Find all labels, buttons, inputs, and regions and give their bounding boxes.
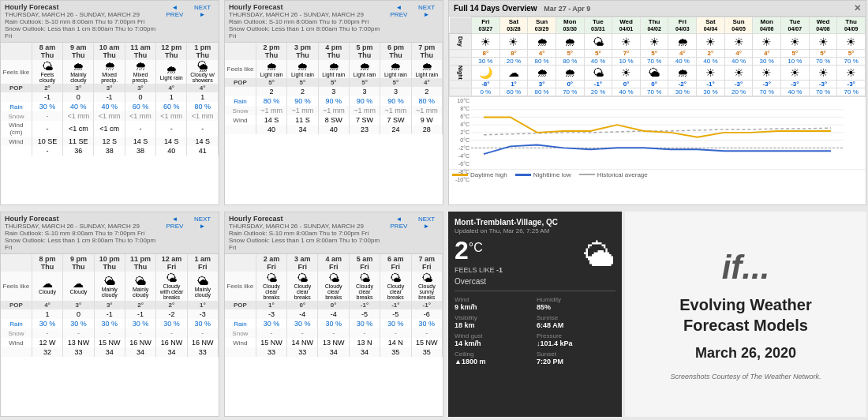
current-condition: Overcast xyxy=(455,277,615,286)
current-weather-panel: Mont-Tremblant-Village, QC Updated on Th… xyxy=(448,212,622,417)
overview-nighttemp-row: -8° 1° 3° 0° -1° 0° 0° -2° -1° -3° -3° -… xyxy=(450,80,866,88)
panel-tr-snow: Snow Outlook: Less than 1 cm 8:00am Thu … xyxy=(229,25,387,39)
table-row: Rain 30 % 40 % 40 % 60 % 60 % 80 % xyxy=(1,102,219,111)
panel-bl-header: Hourly Forecast THURSDAY, MARCH 26 - SUN… xyxy=(1,212,219,254)
table-row: Rain 80 % 90 % 90 % 90 % 90 % 80 % xyxy=(225,96,443,106)
overview-date: Mar 27 - Apr 9 xyxy=(544,5,590,13)
panel-tl-date: THURSDAY, MARCH 26 - SUNDAY, MARCH 29 xyxy=(5,11,163,18)
table-row: -1 0 -1 0 1 1 xyxy=(1,92,219,102)
panel-tr-date: THURSDAY, MARCH 26 - SUNDAY, MARCH 29 xyxy=(229,11,387,18)
panel-tr-next[interactable]: NEXT ► xyxy=(414,4,439,18)
table-row: Feels like 🌤Cloudy clear breaks 🌤Cloudy … xyxy=(225,272,443,301)
legend-historical: Historical average xyxy=(579,171,648,178)
legend-historical-label: Historical average xyxy=(597,171,648,178)
detail-sunset: Sunset 7:20 PM xyxy=(537,351,615,366)
if-text: if... xyxy=(722,249,770,287)
right-info-panel: if... Evolving WeatherForecast Models Ma… xyxy=(625,212,866,417)
current-main-section: 2 °C FEELS LIKE -1 🌥 xyxy=(455,238,615,274)
feels-like-label: FEELS LIKE xyxy=(455,266,495,274)
table-row: 32 33 34 34 34 33 xyxy=(1,347,219,357)
panel-tl-header: Hourly Forecast THURSDAY, MARCH 26 - SUN… xyxy=(1,1,219,43)
evolving-title: Evolving WeatherForecast Models xyxy=(679,294,811,336)
detail-ceiling: Ceiling ▲1800 m xyxy=(455,351,533,366)
table-row: Rain 30 % 30 % 30 % 30 % 30 % 30 % xyxy=(1,319,219,328)
table-row: POP 2° 3° 3° 3° 4° 4° xyxy=(1,84,219,92)
panel-br-prev[interactable]: ◄ PREV xyxy=(387,216,411,230)
table-row: -3 -4 -4 -5 -5 -6 xyxy=(225,309,443,319)
panel-br-next[interactable]: NEXT ► xyxy=(414,216,439,230)
panel-bl-rain: Rain Outlook: S-10 mm 8:00am Thu to 7:00… xyxy=(5,230,163,237)
overview-daytemp-row: 8° 8° 4° 5° 5° 7° 5° 4° 2° 4° 4° 5° 5° 5… xyxy=(450,50,866,58)
table-row: 1 0 -1 -1 -2 -3 xyxy=(1,309,219,319)
legend-nighttime-label: Nighttime low xyxy=(533,171,571,178)
overview-panel: Full 14 Days Overview Mar 27 - Apr 9 ✕ F… xyxy=(448,0,866,205)
chart-svg: 10°C 8°C 6°C 4°C 2°C 0°C xyxy=(471,100,844,158)
panel-tr-rain: Rain Outlook: S-10 mm 8:00am Thu to 7:00… xyxy=(229,18,387,25)
panel-tr-title: Hourly Forecast xyxy=(229,3,387,11)
date-text: March 26, 2020 xyxy=(695,345,796,362)
overview-header: Full 14 Days Overview Mar 27 - Apr 9 ✕ xyxy=(449,1,866,17)
detail-wind: Wind 9 km/h xyxy=(455,296,533,311)
panel-br-header: Hourly Forecast THURSDAY, MARCH 26 - SUN… xyxy=(225,212,443,254)
current-updated: Updated on Thu, Mar 26, 7:25 AM xyxy=(455,227,615,234)
overview-daypop-row: 30 % 20 % 80 % 80 % 40 % 10 % 70 % 40 % … xyxy=(450,58,866,66)
panel-tl-table: 8 amThu 9 amThu 10 amThu 11 amThu 12 pmT… xyxy=(1,43,219,156)
table-row: Feels like 🌧Light rain 🌧Light rain 🌧Ligh… xyxy=(225,60,443,78)
overview-title: Full 14 Days Overview xyxy=(454,4,537,13)
table-row: - 36 38 38 40 41 xyxy=(1,146,219,156)
detail-windgust: Wind gust 14 km/h xyxy=(455,332,533,347)
panel-br-title: Hourly Forecast xyxy=(229,215,387,223)
feels-like-value: -1 xyxy=(496,266,503,274)
detail-sunrise: Sunrise 6:48 AM xyxy=(537,314,615,329)
panel-tl-title: Hourly Forecast xyxy=(5,3,163,11)
hourly-panel-bl: Hourly Forecast THURSDAY, MARCH 26 - SUN… xyxy=(0,212,219,417)
table-row: Feels like ☁Cloudy ☁Cloudy 🌥Mainly cloud… xyxy=(1,272,219,301)
overview-nightpop-row: 0 % 60 % 80 % 70 % 20 % 40 % 70 % 30 % 3… xyxy=(450,88,866,96)
detail-visibility: Visibility 18 km xyxy=(455,314,533,329)
table-row: Wind 15 NW 14 NW 13 NW 13 N 14 N 15 NW xyxy=(225,338,443,347)
table-row: Snow - <1 mm <1 mm <1 mm <1 mm <1 mm xyxy=(1,111,219,121)
panel-tl-next[interactable]: NEXT ► xyxy=(190,4,215,18)
table-row: Wind 14 S 11 S 8 SW 7 SW 7 SW 9 W xyxy=(225,115,443,125)
temperature-chart: 10°C 8°C 6°C 4°C 2°C 0°C 10°C 8°C 6°C 4°… xyxy=(449,96,866,169)
legend-daytime-label: Daytime high xyxy=(470,171,507,178)
panel-tl-snow: Snow Outlook: Less than 1 cm 8:00am Thu … xyxy=(5,25,163,39)
table-row: Snow ~1 mm ~1 mm ~1 mm ~1 mm ~1 mm ~1 mm xyxy=(225,106,443,115)
overview-close-btn[interactable]: ✕ xyxy=(854,3,861,13)
table-row: 2 2 3 3 3 2 xyxy=(225,87,443,96)
panel-bl-prev[interactable]: ◄ PREV xyxy=(163,216,187,230)
panel-br-rain: Rain Outlook: S-10 mm 8:00am Thu to 7:00… xyxy=(229,230,387,237)
courtesy-text: Screenshots Courtesy of The Weather Netw… xyxy=(671,373,821,381)
panel-bl-snow: Snow Outlook: Less than 1 cm 8:00am Thu … xyxy=(5,237,163,251)
detail-pressure: Pressure ↓101.4 kPa xyxy=(537,332,615,347)
panel-bl-date: THURSDAY, MARCH 26 - SUNDAY, MARCH 29 xyxy=(5,223,163,230)
panel-tl-prev[interactable]: ◄ PREV xyxy=(163,4,187,18)
table-row: Wind 12 W 13 NW 15 NW 16 NW 16 NW 16 NW xyxy=(1,338,219,347)
table-row: POP 1° 0° 0° -1° -1° -1° xyxy=(225,301,443,309)
hourly-panel-tl: Hourly Forecast THURSDAY, MARCH 26 - SUN… xyxy=(0,0,219,205)
panel-bl-table: 8 pmThu 9 pmThu 10 pmThu 11 pmThu 12 amF… xyxy=(1,254,219,357)
table-row: 33 33 34 34 35 35 xyxy=(225,347,443,357)
panel-tr-header: Hourly Forecast THURSDAY, MARCH 26 - SUN… xyxy=(225,1,443,43)
hourly-panel-tr: Hourly Forecast THURSDAY, MARCH 26 - SUN… xyxy=(224,0,443,205)
panel-tr-prev[interactable]: ◄ PREV xyxy=(387,4,411,18)
panel-br-table: 2 amFri 3 amFri 4 amFri 5 amFri 6 amFri … xyxy=(225,254,443,357)
chart-legend: Daytime high Nighttime low Historical av… xyxy=(449,169,866,180)
panel-bl-title: Hourly Forecast xyxy=(5,215,163,223)
detail-humidity: Humidity 85% xyxy=(537,296,615,311)
legend-nighttime: Nighttime low xyxy=(515,171,571,178)
table-row: Feels like 🌤Feels cloudy 🌧Mainly cloudy … xyxy=(1,60,219,84)
panel-bl-next[interactable]: NEXT ► xyxy=(190,216,215,230)
panel-br-snow: Snow Outlook: Less than 1 cm 8:00am Thu … xyxy=(229,237,387,251)
table-row: Rain 30 % 30 % 30 % 30 % 30 % 30 % xyxy=(225,319,443,328)
current-weather-icon: 🌥 xyxy=(584,238,615,273)
table-row: POP 5° 5° 5° 5° 5° 4° xyxy=(225,78,443,87)
table-row: Wind (cm) - <1 cm <1 cm - - - xyxy=(1,121,219,137)
hourly-panel-br: Hourly Forecast THURSDAY, MARCH 26 - SUN… xyxy=(224,212,443,417)
panel-tr-table: 2 pmThu 3 pmThu 4 pmThu 5 pmThu 6 pmThu … xyxy=(225,43,443,134)
table-row: POP 4° 3° 3° 2° 2° 1° xyxy=(1,301,219,309)
table-row: Snow - - - - - - xyxy=(1,328,219,338)
current-temp: 2 xyxy=(455,238,469,263)
overview-icon-row: Day ☀ ☀ 🌧 🌧 🌤 ☀ ☀ 🌧 ☀ ☀ ☀ ☀ ☀ ☀ xyxy=(450,34,866,50)
current-details: Wind 9 km/h Humidity 85% Visibility 18 k… xyxy=(455,291,615,366)
